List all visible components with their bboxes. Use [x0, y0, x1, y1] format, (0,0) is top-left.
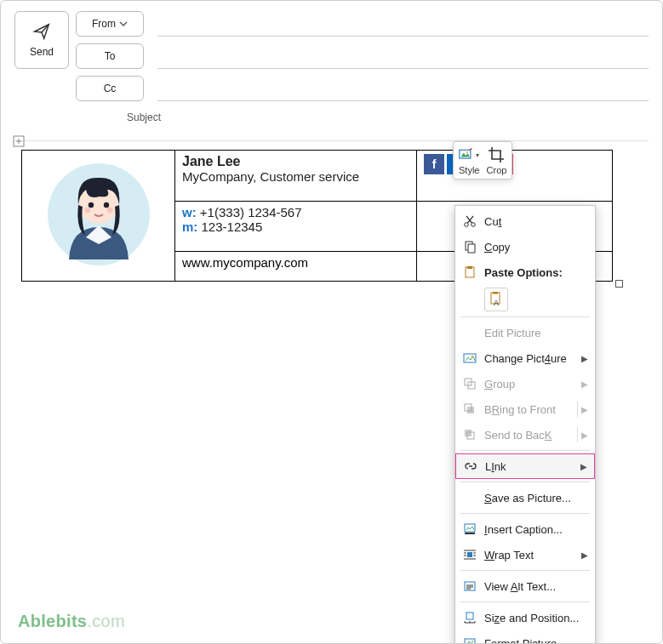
- svg-point-4: [103, 202, 108, 208]
- menu-separator: [460, 316, 590, 317]
- svg-rect-30: [466, 613, 473, 619]
- menu-cut[interactable]: Cut: [455, 208, 595, 234]
- menu-link[interactable]: LInk ▶: [455, 453, 595, 479]
- watermark-brand: Ablebits: [18, 612, 87, 630]
- menu-view-alt-text[interactable]: View Alt Text...: [455, 573, 595, 599]
- cc-label: Cc: [104, 83, 117, 94]
- submenu-arrow-icon: ▶: [580, 462, 587, 471]
- menu-bring-to-front-label: BRing to Front: [484, 403, 574, 416]
- chevron-down-icon: ▾: [476, 151, 479, 159]
- address-fields-column: [151, 11, 649, 108]
- menu-change-picture[interactable]: Change Pict4ure ▶: [455, 345, 595, 371]
- chevron-down-icon: [119, 20, 128, 28]
- crop-label: Crop: [487, 165, 507, 175]
- menu-separator: [460, 482, 590, 482]
- watermark-domain: .com: [87, 612, 125, 630]
- to-field[interactable]: [157, 43, 649, 69]
- style-button[interactable]: ▾ Style: [459, 145, 479, 175]
- menu-wrap-text-label: Wrap Text: [484, 549, 581, 561]
- menu-link-label: LInk: [485, 460, 580, 473]
- svg-rect-24: [465, 430, 472, 436]
- menu-change-picture-label: Change Pict4ure: [484, 352, 581, 365]
- menu-insert-caption-label: Insert Caption...: [484, 523, 588, 536]
- send-icon: [32, 22, 51, 41]
- menu-size-position-label: Size and Position...: [484, 612, 588, 624]
- crop-button[interactable]: Crop: [486, 145, 506, 175]
- paste-keep-text-button[interactable]: A: [484, 288, 508, 311]
- menu-format-picture[interactable]: Format Picture...: [455, 630, 595, 644]
- svg-text:A: A: [494, 299, 499, 307]
- svg-point-9: [465, 223, 469, 227]
- menu-group: Group ▶: [455, 371, 595, 396]
- signature-name: Jane Lee: [182, 154, 409, 169]
- svg-point-5: [84, 208, 90, 214]
- copy-icon: [463, 240, 477, 254]
- submenu-arrow-icon: ▶: [581, 379, 588, 389]
- menu-separator: [460, 450, 590, 451]
- submenu-arrow-icon: ▶: [581, 354, 588, 363]
- menu-separator: [460, 513, 590, 514]
- svg-point-19: [472, 356, 473, 357]
- menu-size-and-position[interactable]: Size and Position...: [455, 605, 595, 630]
- menu-separator: [460, 601, 590, 602]
- change-picture-icon: [463, 351, 477, 365]
- mobile-phone-value: 123-12345: [202, 219, 263, 234]
- selection-handle[interactable]: [615, 280, 623, 288]
- phone-cell: w: +1(333) 1234-567 m: 123-12345: [175, 201, 417, 251]
- signature-website[interactable]: www.mycompany.com: [182, 255, 308, 270]
- svg-point-3: [88, 202, 93, 208]
- menu-separator: [460, 570, 590, 571]
- menu-send-to-back-label: Send to BacK: [484, 429, 574, 442]
- work-phone-label: w:: [182, 205, 197, 219]
- bring-to-front-icon: [463, 402, 477, 416]
- menu-format-picture-label: Format Picture...: [484, 637, 588, 645]
- subject-row: Subject: [81, 111, 649, 123]
- body-separator: [14, 140, 649, 141]
- svg-point-10: [472, 223, 476, 227]
- menu-insert-caption[interactable]: Insert Caption...: [455, 516, 595, 542]
- svg-rect-16: [493, 292, 498, 294]
- send-button[interactable]: Send: [14, 11, 69, 69]
- menu-edit-picture-label: Edit Picture: [484, 327, 588, 339]
- svg-rect-14: [467, 266, 472, 269]
- menu-send-to-back: Send to BacK ▶: [455, 422, 595, 447]
- to-button[interactable]: To: [76, 43, 144, 69]
- cc-field[interactable]: [157, 76, 649, 101]
- compose-header: Send From To Cc: [14, 11, 649, 108]
- insert-caption-icon: [463, 522, 477, 536]
- picture-style-icon: [459, 146, 474, 163]
- svg-rect-7: [460, 150, 471, 158]
- svg-rect-28: [467, 552, 472, 557]
- menu-view-alt-text-label: View Alt Text...: [484, 580, 588, 593]
- avatar-image[interactable]: [43, 159, 154, 270]
- menu-copy[interactable]: Copy: [455, 234, 595, 259]
- submenu-arrow-icon: ▶: [581, 550, 588, 560]
- cc-button[interactable]: Cc: [76, 76, 144, 101]
- size-position-icon: [463, 611, 477, 624]
- menu-save-as-picture-label: Save as Picture...: [484, 492, 588, 504]
- social-cell: f in p ●: [417, 151, 613, 202]
- menu-wrap-text[interactable]: Wrap Text ▶: [455, 542, 595, 567]
- from-field[interactable]: [157, 11, 649, 37]
- svg-rect-27: [465, 533, 475, 534]
- alt-text-icon: [463, 579, 477, 593]
- subject-label: Subject: [81, 111, 166, 123]
- paste-options-label: Paste Options:: [484, 266, 588, 279]
- from-button[interactable]: From: [76, 11, 144, 37]
- menu-save-as-picture[interactable]: Save as Picture...: [455, 485, 595, 510]
- avatar-cell: [22, 151, 175, 282]
- facebook-icon[interactable]: f: [424, 154, 444, 174]
- from-label: From: [92, 18, 116, 30]
- watermark: Ablebits.com: [18, 612, 125, 631]
- submenu-arrow-icon: ▶: [581, 430, 588, 440]
- link-icon: [464, 459, 477, 473]
- submenu-arrow-icon: ▶: [581, 405, 588, 414]
- crop-icon: [488, 146, 505, 163]
- menu-group-label: Group: [484, 378, 581, 390]
- table-anchor-icon[interactable]: [13, 135, 25, 147]
- menu-copy-label: Copy: [484, 241, 588, 254]
- svg-rect-22: [467, 407, 474, 413]
- social-icons: f in p ●: [424, 154, 605, 174]
- signature-company: MyCompany, Customer service: [182, 169, 409, 184]
- style-label: Style: [459, 165, 479, 175]
